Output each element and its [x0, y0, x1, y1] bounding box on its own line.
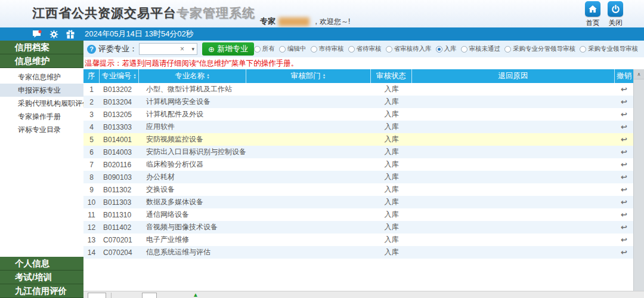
radio-option-all[interactable]: 所有 [254, 45, 275, 53]
table-row[interactable]: 14 C070204 信息系统运维与评估 入库 ↩ [83, 246, 633, 259]
radio-option-in-library[interactable]: 入库 [436, 45, 457, 53]
cell-seq: 12 [83, 221, 100, 234]
cell-status: 入库 [371, 146, 412, 158]
cell-reason [412, 196, 615, 208]
status-radio-group: 所有 编辑中 市待审核 省待审核 省审核待入库 入库 审核未通过 采购专业分管领… [254, 45, 640, 53]
radio-circle [436, 46, 442, 53]
sidebar-group-info-maintenance[interactable]: 信息维护 [0, 54, 83, 68]
table-row[interactable]: 10 B011303 数据及多媒体设备 入库 ↩ [83, 196, 633, 208]
radio-option-city-pending[interactable]: 市待审核 [311, 45, 344, 53]
radio-option-editing[interactable]: 编辑中 [279, 45, 306, 53]
close-button-label[interactable]: 关闭 [608, 19, 623, 27]
committee-specialty-label: 评委专业： [98, 44, 137, 54]
radio-option-rejected[interactable]: 审核未通过 [461, 45, 501, 53]
home-button-label[interactable]: 首页 [585, 19, 600, 27]
cell-dept [246, 158, 371, 171]
undo-icon[interactable]: ↩ [621, 236, 627, 244]
close-button[interactable] [608, 1, 623, 17]
radio-option-province-approved[interactable]: 省审核待入库 [386, 45, 432, 53]
home-button[interactable] [585, 1, 600, 17]
help-icon[interactable]: ? [87, 45, 96, 54]
committee-specialty-combobox[interactable]: × ▾ [139, 43, 197, 55]
sidebar-item-specialty-catalog[interactable]: 评标专业目录 [0, 123, 83, 136]
cell-name: 交换设备 [139, 183, 246, 196]
sort-icon[interactable]: ▲▼ [133, 73, 136, 79]
table-row[interactable]: 5 B014001 安防视频监控设备 入库 ↩ [83, 133, 633, 146]
page-input-box[interactable] [142, 293, 157, 298]
cell-dept [246, 246, 371, 259]
radio-option-province-pending[interactable]: 省待审核 [348, 45, 382, 53]
sidebar-item-expert-manual[interactable]: 专家操作手册 [0, 110, 83, 123]
cell-dept [246, 146, 371, 158]
undo-icon[interactable]: ↩ [621, 136, 627, 143]
sidebar-group-credit-archive[interactable]: 信用档案 [0, 41, 83, 54]
undo-icon[interactable]: ↩ [621, 186, 627, 193]
sidebar-group-exam-training[interactable]: 考试/培训 [0, 271, 83, 284]
sidebar-item-expert-info[interactable]: 专家信息维护 [0, 70, 83, 84]
undo-icon[interactable]: ↩ [621, 85, 627, 93]
col-name[interactable]: 专业名称▲▼ [139, 69, 246, 83]
cell-status: 入库 [371, 208, 412, 221]
table-row[interactable]: 7 B020116 临床检验分析仪器 入库 ↩ [83, 158, 633, 171]
radio-circle [580, 46, 586, 53]
scrollbar-up-button[interactable]: ∧ [634, 69, 644, 79]
undo-icon[interactable]: ↩ [621, 161, 627, 168]
hint-text: 温馨提示：若遇到问题请仔细阅读“信息维护”菜单下的操作手册。 [83, 57, 644, 69]
date-bar: 2024年05月14日 13时54分02秒 [0, 27, 644, 41]
table-row[interactable]: 8 B090103 办公耗材 入库 ↩ [83, 171, 633, 183]
undo-icon[interactable]: ↩ [621, 110, 627, 118]
undo-icon[interactable]: ↩ [621, 211, 627, 219]
cell-code: B013205 [100, 108, 139, 121]
undo-icon[interactable]: ↩ [621, 223, 627, 231]
message-icon[interactable] [32, 30, 42, 39]
sidebar-group-jiujiang-credit[interactable]: 九江信用评价 [0, 284, 83, 298]
cell-code: B013202 [100, 83, 139, 96]
table-row[interactable]: 11 B011310 通信网络设备 入库 ↩ [83, 208, 633, 221]
cell-seq: 13 [83, 234, 100, 246]
sort-icon[interactable]: ▲▼ [323, 73, 326, 79]
table-row[interactable]: 6 B014003 安防出入口目标识别与控制设备 入库 ↩ [83, 146, 633, 158]
cell-reason [412, 133, 615, 146]
cell-status: 入库 [371, 121, 412, 133]
user-name-redacted [278, 17, 309, 26]
cell-dept [246, 108, 371, 121]
clear-icon[interactable]: × [180, 45, 184, 53]
radio-option-leader-review[interactable]: 采购专业领导审核 [580, 45, 638, 53]
table-row[interactable]: 9 B011302 交换设备 入库 ↩ [83, 183, 633, 196]
sidebar-item-agency-evaluation[interactable]: 采购代理机构履职评价 [0, 97, 83, 110]
chevron-down-icon[interactable]: ▾ [192, 46, 195, 52]
undo-icon[interactable]: ↩ [621, 98, 627, 106]
undo-icon[interactable]: ↩ [621, 198, 627, 206]
radio-circle [254, 46, 261, 53]
cell-seq: 6 [83, 146, 100, 158]
radio-option-division-leader-review[interactable]: 采购专业分管领导审核 [504, 45, 575, 53]
table-row[interactable]: 2 B013204 计算机网络安全设备 入库 ↩ [83, 96, 633, 108]
undo-icon[interactable]: ↩ [621, 148, 627, 156]
undo-icon[interactable]: ↩ [621, 173, 627, 181]
table-row[interactable]: 12 B011402 音视频与图像技术设备 入库 ↩ [83, 221, 633, 234]
page-title-main: 江西省公共资源交易平台 [32, 6, 177, 20]
cell-status: 入库 [371, 234, 412, 246]
col-dept[interactable]: 审核部门▲▼ [246, 69, 371, 83]
gift-icon[interactable] [66, 30, 75, 39]
cell-dept [246, 133, 371, 146]
vertical-scrollbar[interactable]: ∧ [633, 69, 644, 291]
page-size-box[interactable] [88, 293, 106, 298]
col-code[interactable]: 专业编号▲▼ [100, 69, 139, 83]
gear-icon[interactable] [49, 30, 58, 39]
undo-icon[interactable]: ↩ [621, 123, 627, 131]
undo-icon[interactable]: ↩ [621, 248, 627, 256]
table-row[interactable]: 3 B013205 计算机配件及外设 入库 ↩ [83, 108, 633, 121]
pager-up-arrow-icon[interactable]: ▲ [193, 291, 199, 298]
sidebar-item-declare-specialty[interactable]: 申报评标专业 [0, 84, 83, 97]
radio-circle [461, 46, 467, 53]
cell-status: 入库 [371, 246, 412, 259]
sort-icon[interactable]: ▲▼ [206, 73, 209, 79]
table-row[interactable]: 4 B013303 应用软件 入库 ↩ [83, 121, 633, 133]
sidebar-group-personal-info[interactable]: 个人信息 [0, 257, 83, 271]
cell-code: B013204 [100, 96, 139, 108]
table-row[interactable]: 1 B013202 小型、微型计算机及工作站 入库 ↩ [83, 83, 633, 96]
table-row[interactable]: 13 C070201 电子产业维修 入库 ↩ [83, 234, 633, 246]
col-reason: 退回原因 [412, 69, 615, 83]
expert-label: 专家 [260, 16, 275, 27]
